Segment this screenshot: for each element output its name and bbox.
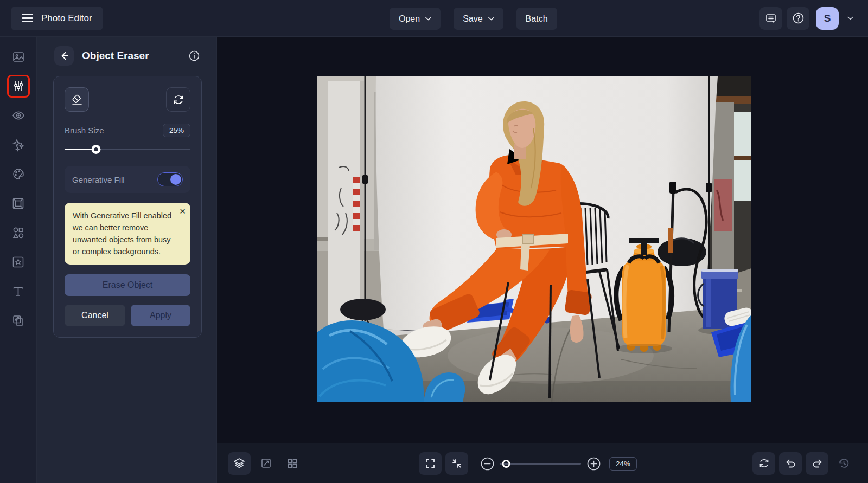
eraser-icon	[71, 93, 84, 106]
topbar-actions: Open Save Batch	[390, 8, 557, 30]
undo-icon	[784, 457, 797, 469]
brush-size-row: Brush Size 25%	[65, 124, 190, 137]
main-menu-button[interactable]: Photo Editor	[11, 7, 103, 30]
info-icon	[188, 50, 200, 62]
panel-title: Object Eraser	[82, 50, 188, 62]
reset-icon	[172, 93, 185, 106]
frame-icon	[11, 197, 25, 210]
layers-button[interactable]	[228, 452, 251, 475]
redo-button[interactable]	[806, 452, 828, 475]
panel-actions: Cancel Apply	[65, 305, 190, 326]
chevron-down-icon	[425, 17, 431, 21]
arrow-left-icon	[59, 50, 69, 61]
eraser-settings-card: Brush Size 25% Generative Fill × With Ge…	[53, 76, 202, 338]
open-button[interactable]: Open	[390, 8, 441, 30]
cancel-button[interactable]: Cancel	[65, 305, 125, 326]
eraser-tool-button[interactable]	[65, 87, 89, 112]
zoom-slider-track[interactable]	[500, 463, 581, 465]
sparkles-icon	[11, 138, 25, 152]
chevron-down-icon	[847, 16, 853, 20]
zoom-controls: 24%	[419, 452, 637, 475]
image-icon	[12, 50, 25, 63]
fit-screen-icon	[451, 458, 463, 469]
reset-canvas-button[interactable]	[752, 452, 775, 475]
topbar: Photo Editor Open Save Batch S	[0, 0, 868, 37]
avatar[interactable]: S	[816, 7, 839, 30]
canvas[interactable]	[217, 37, 868, 443]
tooltip-text: With Generative Fill enabled we can bett…	[73, 211, 171, 256]
history-icon	[838, 457, 850, 469]
rail-item-adjustments[interactable]	[9, 77, 28, 95]
layers-icon	[233, 457, 246, 470]
zoom-level-value: 24%	[609, 457, 637, 471]
overlap-icon	[11, 314, 25, 327]
brush-size-value: 25%	[163, 124, 190, 137]
generative-fill-label: Generative Fill	[72, 175, 125, 184]
zoom-out-icon	[480, 456, 495, 471]
brush-size-slider[interactable]	[65, 144, 190, 154]
generative-fill-toggle[interactable]	[157, 172, 183, 186]
undo-button[interactable]	[779, 452, 802, 475]
resize-button[interactable]	[254, 452, 277, 475]
palette-icon	[11, 167, 25, 181]
rail-item-texture[interactable]	[9, 253, 28, 271]
erase-object-button[interactable]: Erase Object	[65, 274, 190, 296]
reset-brush-button[interactable]	[166, 87, 190, 112]
zoom-in-button[interactable]	[585, 452, 602, 475]
info-button[interactable]	[188, 50, 200, 62]
zoom-slider[interactable]	[500, 459, 581, 468]
zoom-slider-thumb[interactable]	[502, 460, 510, 468]
canvas-photo[interactable]	[317, 76, 751, 402]
bottombar-left	[228, 452, 304, 475]
zoom-in-icon	[586, 456, 601, 471]
fullscreen-button[interactable]	[419, 452, 442, 475]
reset-icon	[758, 457, 770, 469]
toggle-knob	[170, 174, 181, 185]
object-eraser-panel: Object Eraser Brush Size 25%	[37, 37, 217, 483]
tool-rail	[0, 37, 37, 483]
main-area: 24%	[217, 37, 868, 483]
rail-item-shapes[interactable]	[9, 223, 28, 242]
fit-screen-button[interactable]	[445, 452, 468, 475]
rail-item-image[interactable]	[9, 48, 28, 66]
resize-icon	[260, 457, 272, 469]
feedback-button[interactable]	[760, 7, 782, 30]
redo-icon	[811, 457, 824, 469]
apply-button[interactable]: Apply	[131, 305, 190, 326]
grid-icon	[286, 458, 298, 469]
help-button[interactable]	[787, 7, 809, 30]
save-button[interactable]: Save	[454, 8, 503, 30]
fullscreen-icon	[424, 458, 436, 469]
texture-icon	[11, 255, 25, 269]
account-menu-chevron[interactable]	[843, 7, 857, 30]
menu-icon	[22, 14, 33, 22]
app-title: Photo Editor	[41, 13, 92, 24]
history-button[interactable]	[832, 452, 855, 475]
rail-item-overlay[interactable]	[9, 311, 28, 330]
grid-button[interactable]	[281, 452, 304, 475]
close-icon[interactable]: ×	[180, 206, 186, 216]
topbar-right: S	[760, 7, 857, 30]
shapes-icon	[11, 226, 25, 240]
generative-fill-tooltip: × With Generative Fill enabled we can be…	[65, 203, 190, 265]
rail-item-effects[interactable]	[9, 136, 28, 154]
rail-item-frame[interactable]	[9, 194, 28, 212]
rail-item-draw[interactable]	[9, 165, 28, 183]
back-button[interactable]	[54, 46, 74, 66]
bottombar: 24%	[217, 443, 868, 483]
brush-size-label: Brush Size	[65, 126, 104, 135]
help-icon	[792, 12, 805, 24]
rail-item-visibility[interactable]	[9, 106, 28, 125]
bottombar-right	[752, 452, 855, 475]
brush-slider-thumb[interactable]	[92, 145, 101, 154]
tool-row	[65, 87, 190, 112]
rail-item-text[interactable]	[9, 282, 28, 300]
feedback-icon	[765, 12, 777, 24]
batch-button[interactable]: Batch	[516, 8, 557, 30]
eye-icon	[11, 108, 25, 123]
text-icon	[11, 285, 25, 298]
generative-fill-row: Generative Fill	[65, 166, 190, 193]
zoom-out-button[interactable]	[479, 452, 495, 475]
chevron-down-icon	[488, 17, 494, 21]
panel-header: Object Eraser	[37, 46, 216, 66]
